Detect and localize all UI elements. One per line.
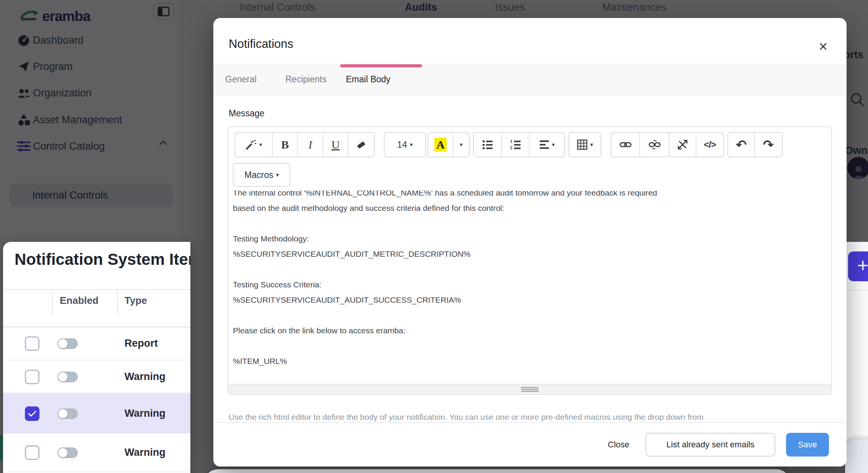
save-button[interactable]: Save — [786, 433, 829, 457]
svg-text:2: 2 — [510, 146, 513, 150]
enabled-toggle[interactable] — [57, 408, 78, 419]
toggle-knob — [58, 448, 67, 457]
column-header-type: Type — [124, 295, 147, 307]
table-dropdown[interactable]: ▾ — [569, 133, 601, 157]
row-checkbox[interactable] — [25, 370, 39, 384]
email-body-content: The internal control '%INTERNAL_CONTROL_… — [233, 191, 827, 369]
rich-text-editor: ▾ B I U 14▾ A ▾ — [228, 126, 832, 395]
italic-button[interactable]: I — [298, 133, 323, 157]
redo-button[interactable]: ↷ — [755, 133, 782, 157]
tab-email-body[interactable]: Email Body — [346, 74, 390, 85]
modal-tabbar: General Recipients Email Body — [213, 64, 847, 95]
email-body-line: %ITEM_URL% — [233, 354, 827, 369]
close-icon[interactable]: × — [814, 38, 832, 56]
numbered-list-icon: 12 — [510, 139, 521, 150]
insert-link-button[interactable] — [611, 133, 640, 157]
table-row: Warning — [3, 434, 190, 471]
enabled-toggle[interactable] — [57, 338, 78, 349]
background-dialog-fragment — [204, 469, 790, 473]
unlink-button[interactable] — [640, 133, 669, 157]
toolbar-group-style: ▾ B I U — [234, 132, 375, 157]
background-dialog-fragment — [845, 439, 868, 473]
active-tab-indicator — [340, 64, 422, 67]
paragraph-align-dropdown[interactable]: ▾ — [530, 133, 564, 157]
email-body-line: Testing Methodology: — [233, 231, 827, 246]
editor-resize-bar[interactable] — [228, 384, 831, 394]
toggle-knob — [58, 409, 67, 418]
row-checkbox[interactable] — [25, 445, 39, 460]
toolbar-group-fontsize: 14▾ — [384, 132, 426, 157]
notification-system-items-panel: Notification System Items Enabled Type R… — [3, 242, 190, 473]
chevron-down-icon: ▾ — [460, 141, 463, 148]
color-dropdown[interactable]: ▾ — [454, 133, 469, 157]
enabled-toggle[interactable] — [57, 372, 78, 382]
toggle-knob — [58, 372, 67, 382]
toolbar-group-lists: 12 ▾ — [473, 132, 565, 157]
tab-recipients[interactable]: Recipients — [285, 74, 326, 85]
add-item-button[interactable]: + — [848, 251, 868, 281]
underline-button[interactable]: U — [323, 133, 349, 157]
table-row: Warning — [3, 360, 190, 393]
divider — [52, 291, 53, 315]
text-color-button[interactable]: A — [428, 133, 454, 157]
divider — [847, 290, 868, 291]
code-view-button[interactable]: </> — [696, 133, 723, 157]
font-size-dropdown[interactable]: 14▾ — [385, 133, 425, 157]
table-row: Report — [3, 327, 190, 360]
chevron-down-icon: ▾ — [410, 141, 413, 148]
unlink-icon — [649, 140, 661, 150]
enabled-toggle[interactable] — [57, 447, 78, 458]
divider — [117, 291, 118, 315]
magic-style-button[interactable]: ▾ — [235, 133, 273, 157]
divider — [3, 289, 190, 290]
row-checkbox[interactable] — [25, 336, 39, 351]
svg-text:1: 1 — [510, 139, 513, 144]
fullscreen-button[interactable] — [670, 133, 696, 157]
macros-dropdown[interactable]: Macros▾ — [233, 163, 290, 187]
type-cell: Warning — [124, 447, 165, 458]
close-button[interactable]: Close — [603, 440, 635, 450]
email-body-editing-area[interactable]: The internal control '%INTERNAL_CONTROL_… — [228, 191, 831, 385]
unordered-list-button[interactable] — [474, 133, 502, 157]
notifications-modal: Notifications × General Recipients Email… — [213, 18, 847, 466]
email-body-line — [233, 308, 827, 323]
email-body-line — [233, 338, 827, 354]
tab-general[interactable]: General — [225, 74, 257, 85]
row-checkbox[interactable] — [25, 406, 39, 421]
toolbar-group-link — [611, 132, 670, 157]
list-sent-emails-button[interactable]: List already sent emails — [645, 433, 775, 457]
bold-button[interactable]: B — [273, 133, 298, 157]
ordered-list-button[interactable]: 12 — [502, 133, 530, 157]
link-icon — [619, 141, 632, 148]
magic-wand-icon — [245, 139, 257, 150]
color-letter: A — [434, 138, 447, 152]
clear-format-button[interactable] — [349, 133, 374, 157]
toggle-knob — [58, 339, 67, 348]
modal-title: Notifications — [229, 37, 293, 51]
panel-title: Notification System Items — [15, 250, 190, 269]
align-left-icon — [539, 139, 549, 150]
type-cell: Report — [124, 338, 158, 349]
type-cell: Warning — [124, 408, 165, 419]
eraser-icon — [356, 139, 367, 150]
column-header-enabled: Enabled — [60, 295, 98, 307]
undo-button[interactable]: ↶ — [728, 133, 755, 157]
expand-icon — [677, 139, 688, 150]
toast-edge-fragment — [0, 435, 3, 460]
toolbar-group-table: ▾ — [568, 132, 601, 157]
toolbar-group-color: A ▾ — [427, 132, 470, 157]
toolbar-group-view: </> — [669, 132, 724, 157]
modal-footer: Close List already sent emails Save — [213, 422, 847, 466]
email-body-line: %SECURITYSERVICEAUDIT_AUDIT_SUCCESS_CRIT… — [233, 292, 827, 308]
email-body-line: Testing Success Criteria: — [233, 277, 827, 292]
chevron-down-icon: ▾ — [552, 141, 555, 148]
chevron-down-icon: ▾ — [259, 141, 262, 148]
email-body-line: The internal control '%INTERNAL_CONTROL_… — [233, 191, 827, 201]
email-body-line: %SECURITYSERVICEAUDIT_AUDIT_METRIC_DESCR… — [233, 246, 827, 262]
table-row: Warning — [3, 393, 190, 434]
type-cell: Warning — [124, 371, 165, 383]
chevron-down-icon: ▾ — [276, 171, 279, 178]
chevron-down-icon: ▾ — [590, 141, 593, 148]
message-field-label: Message — [229, 108, 264, 119]
email-body-line: Please click on the link below to access… — [233, 323, 827, 338]
